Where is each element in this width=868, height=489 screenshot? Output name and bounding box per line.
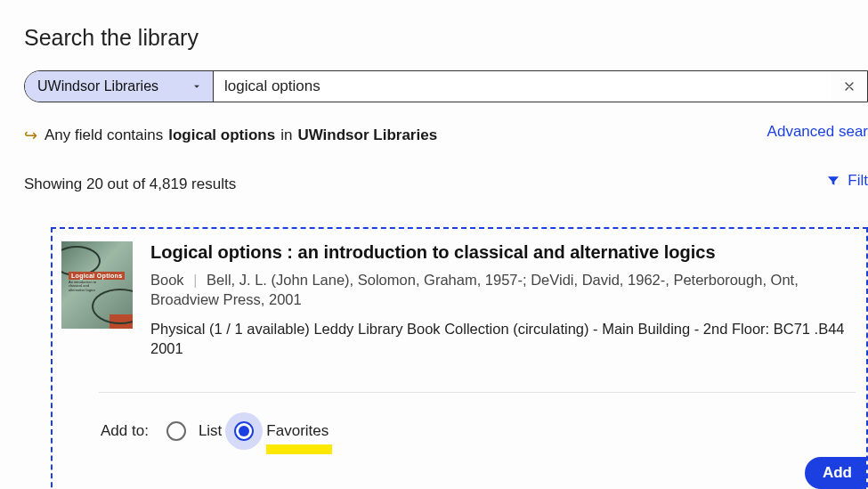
summary-scope: UWindsor Libraries [297, 126, 437, 144]
result-availability: Physical (1 / 1 available) Leddy Library… [150, 319, 852, 359]
summary-term: logical options [168, 126, 275, 144]
highlight-annotation [266, 444, 332, 454]
result-card[interactable]: Logical Options An introduction to class… [51, 227, 868, 489]
scope-dropdown-label: UWindsor Libraries [37, 78, 158, 94]
page-title: Search the library [24, 25, 868, 51]
clear-search-button[interactable] [831, 71, 867, 102]
results-count: Showing 20 out of 4,819 results [24, 175, 868, 193]
advanced-search-link[interactable]: Advanced sear [767, 123, 868, 141]
search-summary: ↪ Any field contains logical options in … [24, 126, 868, 145]
search-input[interactable] [214, 71, 831, 102]
search-bar: UWindsor Libraries [24, 70, 868, 102]
result-title[interactable]: Logical options : an introduction to cla… [150, 241, 852, 263]
radio-list-label: List [199, 422, 222, 440]
radio-favorites[interactable] [234, 421, 254, 441]
summary-in: in [280, 126, 292, 144]
scope-dropdown[interactable]: UWindsor Libraries [25, 71, 214, 102]
add-button[interactable]: Add [805, 457, 866, 489]
thumb-subtitle: An introduction to classical and alterna… [69, 281, 104, 292]
arrow-return-icon: ↪ [24, 126, 37, 145]
thumb-title: Logical Options [69, 272, 125, 280]
thumb-corner [110, 314, 133, 329]
result-metadata: Book | Bell, J. L. (John Lane), Solomon,… [150, 270, 852, 310]
meta-separator: | [193, 272, 197, 288]
add-to-label: Add to: [101, 422, 149, 440]
filter-button[interactable]: Filt [826, 172, 868, 190]
result-authors: Bell, J. L. (John Lane), Solomon, Graham… [150, 272, 799, 307]
chevron-down-icon [190, 79, 204, 94]
result-type: Book [150, 272, 184, 288]
summary-prefix: Any field contains [45, 126, 163, 144]
add-to-row: Add to: List Favorites [101, 421, 852, 441]
radio-favorites-label: Favorites [266, 422, 329, 439]
divider [99, 392, 856, 393]
radio-list[interactable] [166, 421, 186, 441]
filter-icon [826, 174, 840, 188]
filter-label: Filt [848, 172, 868, 190]
book-thumbnail[interactable]: Logical Options An introduction to class… [61, 241, 133, 329]
close-icon [842, 79, 856, 94]
